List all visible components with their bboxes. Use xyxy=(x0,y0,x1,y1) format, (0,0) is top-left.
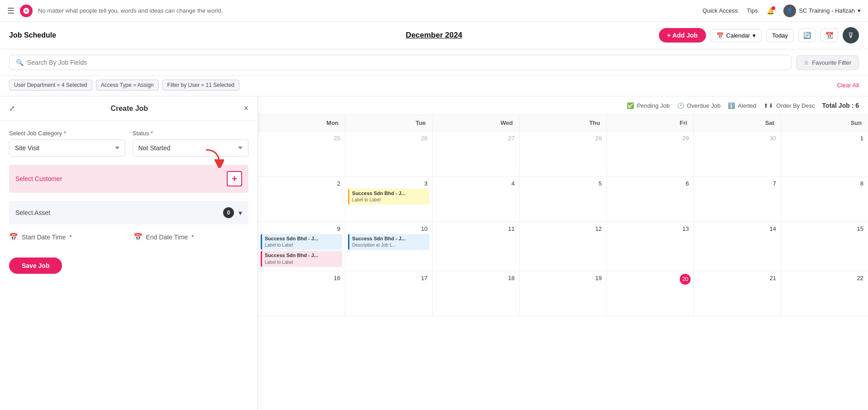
job-category-select[interactable]: Site Visit Maintenance Installation Insp… xyxy=(9,139,125,157)
search-input[interactable] xyxy=(27,59,785,66)
day-number: 1 xyxy=(784,134,865,143)
calendar-event[interactable]: Success Sdn Bhd - J...Label to Label xyxy=(261,234,342,250)
main-content: ⤢ Create Job × Select Job Category * Sit… xyxy=(0,96,868,410)
event-subtitle: Label to Label xyxy=(265,259,339,266)
add-job-button[interactable]: + Add Job xyxy=(659,28,706,43)
expand-icon[interactable]: ⤢ xyxy=(9,104,15,113)
calendar-view-button[interactable]: 📆 xyxy=(820,29,838,42)
select-asset-row: Select Asset 0 ▾ xyxy=(9,201,248,224)
day-number: 12 xyxy=(522,224,604,233)
nav-actions: Quick Access Tips 🔔 👤 SC Training - Hafi… xyxy=(702,5,861,17)
day-number: 22 xyxy=(784,274,865,282)
col-fri: Fri xyxy=(606,115,694,131)
calendar-day-cell[interactable]: 12 xyxy=(520,222,607,271)
start-date-field[interactable]: 📅 Start Date Time * xyxy=(9,233,124,241)
search-input-wrap[interactable]: 🔍 xyxy=(9,55,792,70)
filter-button[interactable]: ⊽ xyxy=(843,27,859,43)
day-number: 29 xyxy=(610,134,691,143)
calendar-day-cell[interactable]: 6 xyxy=(606,176,694,222)
select-customer-row: Select Customer + xyxy=(9,165,248,193)
favourite-filter-button[interactable]: ☆ Favourite Filter xyxy=(796,55,859,70)
overdue-job-button[interactable]: 🕐 Overdue Job xyxy=(677,102,720,109)
calendar-day-cell[interactable]: 13 xyxy=(606,222,694,271)
notification-bell[interactable]: 🔔 xyxy=(767,7,774,14)
clear-all-button[interactable]: Clear All xyxy=(837,82,859,89)
order-by-desc-button[interactable]: ⬆⬇ Order By Desc xyxy=(763,102,815,109)
calendar-day-cell[interactable]: 22 xyxy=(781,271,868,316)
pending-job-button[interactable]: ✅ Pending Job xyxy=(627,102,669,109)
hamburger-icon[interactable]: ☰ xyxy=(7,6,14,16)
today-button[interactable]: Today xyxy=(766,29,794,42)
alerted-button[interactable]: ℹ️ Alerted xyxy=(728,102,756,109)
calendar-day-cell[interactable]: 16 xyxy=(258,271,345,316)
page-actions: + Add Job 📅 Calendar ▾ Today 🔄 📆 ⊽ xyxy=(659,27,859,43)
day-number: 18 xyxy=(435,274,517,282)
calendar-icon: 📅 xyxy=(9,233,18,241)
day-number: 17 xyxy=(348,274,429,282)
calendar-day-cell[interactable]: 18 xyxy=(432,271,520,316)
calendar-day-cell[interactable]: 25 xyxy=(258,131,345,176)
asset-expand-button[interactable]: ▾ xyxy=(238,209,242,217)
calendar-day-cell[interactable]: 29 xyxy=(606,131,694,176)
calendar-day-cell[interactable]: 20 xyxy=(606,271,694,316)
calendar-button[interactable]: 📅 Calendar ▾ xyxy=(711,29,762,42)
calendar-day-cell[interactable]: 7 xyxy=(694,176,781,222)
calendar-day-cell[interactable]: 21 xyxy=(694,271,781,316)
calendar-event[interactable]: Success Sdn Bhd - J...Label to Label xyxy=(348,189,429,205)
save-job-button[interactable]: Save Job xyxy=(9,257,62,274)
day-number: 30 xyxy=(696,134,778,143)
select-asset-label: Select Asset xyxy=(15,209,219,216)
calendar-day-cell[interactable]: 9Success Sdn Bhd - J...Label to LabelSuc… xyxy=(258,222,345,271)
form-row-category-status: Select Job Category * Site Visit Mainten… xyxy=(9,130,248,157)
event-subtitle: Label to Label xyxy=(265,242,339,248)
day-number: 5 xyxy=(522,179,604,188)
calendar-event[interactable]: Success Sdn Bhd - J...Label to Label xyxy=(261,251,342,267)
calendar-day-cell[interactable]: 14 xyxy=(694,222,781,271)
toolbar-actions: ✅ Pending Job 🕐 Overdue Job ℹ️ Alerted ⬆… xyxy=(627,102,859,109)
day-number: 7 xyxy=(696,179,778,188)
col-sat: Sat xyxy=(694,115,781,131)
end-date-field[interactable]: 📅 End Date Time * xyxy=(134,233,249,241)
filter-tag-user[interactable]: Filter by User = 11 Selected xyxy=(162,80,239,91)
refresh-button[interactable]: 🔄 xyxy=(798,29,816,42)
user-menu[interactable]: 👤 SC Training - Hafizah ▾ xyxy=(783,5,861,17)
sort-icon: ⬆⬇ xyxy=(763,102,773,109)
calendar-day-cell[interactable]: 5 xyxy=(520,176,607,222)
calendar-day-cell[interactable]: 2 xyxy=(258,176,345,222)
calendar-day-cell[interactable]: 28 xyxy=(520,131,607,176)
calendar-day-cell[interactable]: 10Success Sdn Bhd - J...Description at J… xyxy=(345,222,433,271)
calendar-day-cell[interactable]: 4 xyxy=(432,176,520,222)
search-bar: 🔍 ☆ Favourite Filter xyxy=(0,49,868,76)
filter-tag-access[interactable]: Access Type = Assign xyxy=(96,80,159,91)
calendar-day-cell[interactable]: 27 xyxy=(432,131,520,176)
calendar-day-cell[interactable]: 15 xyxy=(781,222,868,271)
col-wed: Wed xyxy=(432,115,520,131)
chevron-down-icon: ▾ xyxy=(858,7,861,14)
calendar-day-cell[interactable]: 17 xyxy=(345,271,433,316)
calendar-day-cell[interactable]: 30 xyxy=(694,131,781,176)
event-title: Success Sdn Bhd - J... xyxy=(265,252,339,259)
tips-link[interactable]: Tips xyxy=(747,7,758,14)
day-number: 16 xyxy=(261,274,342,282)
calendar-day-cell[interactable]: 11 xyxy=(432,222,520,271)
status-select[interactable]: Not Started In Progress Completed Cancel… xyxy=(133,139,249,157)
event-subtitle: Label to Label xyxy=(352,197,427,203)
day-number: 13 xyxy=(610,224,691,233)
create-job-panel: ⤢ Create Job × Select Job Category * Sit… xyxy=(0,96,258,410)
calendar-day-cell[interactable]: 26 xyxy=(345,131,433,176)
job-category-label: Select Job Category * xyxy=(9,130,125,137)
calendar-week-row: 23Success Sdn Bhd - J...Label to Label45… xyxy=(258,176,868,222)
calendar-day-cell[interactable]: 19 xyxy=(520,271,607,316)
calendar-event[interactable]: Success Sdn Bhd - J...Description at Job… xyxy=(348,234,429,250)
day-number: 8 xyxy=(784,179,865,188)
day-number: 19 xyxy=(522,274,604,282)
user-name: SC Training - Hafizah xyxy=(799,7,855,14)
close-button[interactable]: × xyxy=(243,104,248,113)
filter-tag-department[interactable]: User Department = 4 Selected xyxy=(9,80,92,91)
calendar-day-cell[interactable]: 3Success Sdn Bhd - J...Label to Label xyxy=(345,176,433,222)
quick-access-link[interactable]: Quick Access xyxy=(702,7,738,14)
calendar-day-cell[interactable]: 1 xyxy=(781,131,868,176)
add-customer-button[interactable]: + xyxy=(227,171,242,186)
logo-icon xyxy=(20,5,33,17)
calendar-day-cell[interactable]: 8 xyxy=(781,176,868,222)
